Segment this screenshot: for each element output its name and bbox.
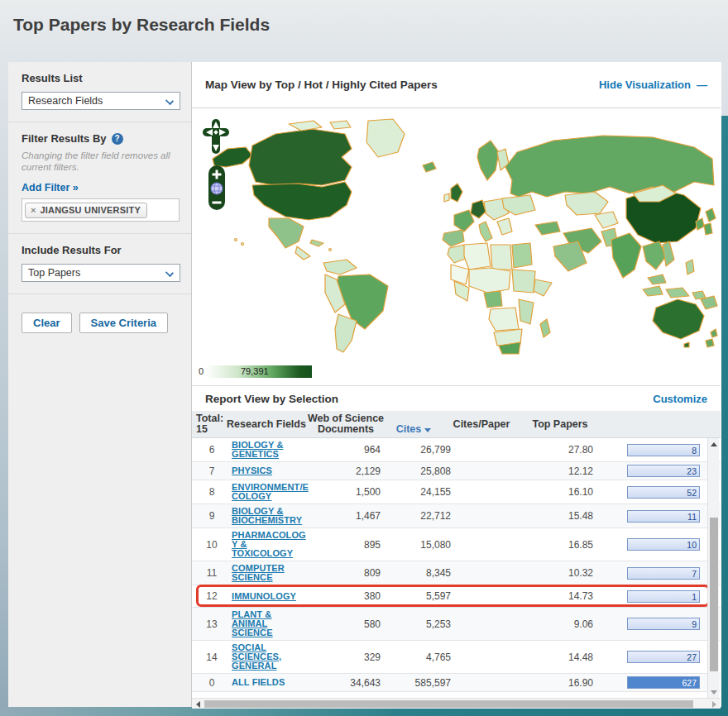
cites-per-paper-value: 10.32 <box>451 567 593 579</box>
top-papers-bar[interactable]: 8 <box>627 444 700 456</box>
table-row[interactable]: 11 COMPUTER SCIENCE 809 8,345 10.32 7 <box>192 561 721 585</box>
column-header-top-papers[interactable]: Top Papers <box>519 419 601 430</box>
cites-value: 4,765 <box>381 652 451 663</box>
horizontal-scroll-thumb[interactable] <box>204 700 693 708</box>
rank-number: 10 <box>192 539 232 551</box>
pan-control[interactable] <box>202 118 230 155</box>
table-row[interactable]: 7 PHYSICS 2,129 25,808 12.12 23 <box>192 462 721 480</box>
wos-documents-value: 380 <box>341 590 381 602</box>
scroll-left-arrow[interactable] <box>194 699 204 709</box>
rank-number: 9 <box>192 510 232 522</box>
vertical-scroll-thumb[interactable] <box>710 518 718 671</box>
research-field-link[interactable]: ENVIRONMENT/E COLOGY <box>232 483 341 501</box>
top-papers-bar[interactable]: 627 <box>627 676 700 689</box>
results-list-select[interactable]: Research Fields <box>22 92 180 110</box>
top-papers-value: 8 <box>692 446 697 456</box>
top-papers-bar[interactable]: 27 <box>627 651 700 663</box>
top-papers-bar[interactable]: 1 <box>627 590 700 603</box>
customize-link[interactable]: Customize <box>653 393 707 405</box>
horizontal-scrollbar[interactable] <box>192 698 721 709</box>
rank-number: 11 <box>192 567 232 579</box>
wos-documents-value: 580 <box>341 618 381 630</box>
top-papers-bar[interactable]: 10 <box>627 538 700 551</box>
cites-value: 26,799 <box>381 444 451 456</box>
research-field-link[interactable]: IMMUNOLOGY <box>232 592 341 601</box>
zoom-control[interactable] <box>208 165 226 211</box>
include-results-section: Include Results For Top Papers <box>8 234 191 294</box>
rank-number: 7 <box>192 465 232 477</box>
top-papers-bar[interactable]: 7 <box>627 567 700 580</box>
top-papers-bar[interactable]: 11 <box>627 510 700 523</box>
wos-documents-value: 1,467 <box>341 510 381 522</box>
world-map[interactable] <box>206 116 719 356</box>
save-criteria-button[interactable]: Save Criteria <box>79 313 169 333</box>
filter-label: Filter Results By <box>22 132 107 145</box>
column-header-cites[interactable]: Cites <box>381 413 447 435</box>
top-papers-value: 27 <box>687 652 697 662</box>
map-controls <box>202 118 235 211</box>
scroll-right-arrow[interactable] <box>709 699 719 709</box>
table-row[interactable]: 0 ALL FIELDS 34,643 585,597 16.90 627 <box>192 674 721 692</box>
cites-value: 5,253 <box>381 618 451 630</box>
scroll-down-arrow[interactable] <box>708 686 720 698</box>
legend-max-label: 79,391 <box>241 366 269 376</box>
filter-tag: × JIANGSU UNIVERSITY <box>25 203 147 218</box>
vertical-scrollbar[interactable] <box>707 438 719 698</box>
research-field-link[interactable]: SOCIAL SCIENCES, GENERAL <box>232 643 341 671</box>
sort-desc-icon <box>424 428 431 432</box>
research-field-link[interactable]: BIOLOGY & BIOCHEMISTRY <box>232 507 341 525</box>
chevron-down-icon <box>165 97 174 105</box>
report-view-title: Report View by Selection <box>205 393 338 405</box>
research-field-link[interactable]: COMPUTER SCIENCE <box>232 564 341 582</box>
top-papers-value: 23 <box>687 466 697 476</box>
wos-documents-value: 329 <box>341 652 381 663</box>
table-row[interactable]: 14 SOCIAL SCIENCES, GENERAL 329 4,765 14… <box>192 641 721 674</box>
legend-min-label: 0 <box>199 366 204 376</box>
report-view-header: Report View by Selection Customize <box>192 385 721 411</box>
cites-per-paper-value: 15.48 <box>451 510 593 522</box>
filter-section: Filter Results By ? Changing the filter … <box>8 122 191 234</box>
table-row[interactable]: 6 BIOLOGY & GENETICS 964 26,799 27.80 8 <box>192 438 721 462</box>
column-header-cites-per-paper[interactable]: Cites/Paper <box>440 419 523 430</box>
table-row[interactable]: 10 PHARMACOLOG Y & TOXICOLOGY 895 15,080… <box>192 528 721 561</box>
remove-filter-icon[interactable]: × <box>31 205 36 215</box>
cites-value: 8,345 <box>381 567 451 579</box>
column-header-research-fields[interactable]: Research Fields <box>225 419 308 430</box>
map-view-title: Map View by Top / Hot / Highly Cited Pap… <box>205 79 438 91</box>
scroll-up-arrow[interactable] <box>708 438 720 450</box>
cites-sort-label: Cites <box>396 423 422 435</box>
cites-value: 25,808 <box>381 465 451 477</box>
include-results-select[interactable]: Top Papers <box>22 264 180 282</box>
research-field-link[interactable]: PLANT & ANIMAL SCIENCE <box>232 610 341 637</box>
wos-documents-value: 964 <box>341 444 381 456</box>
wos-documents-value: 2,129 <box>341 465 381 477</box>
add-filter-link[interactable]: Add Filter » <box>22 182 79 193</box>
actions-section: Clear Save Criteria <box>8 294 191 345</box>
table-row[interactable]: 8 ENVIRONMENT/E COLOGY 1,500 24,155 16.1… <box>192 480 721 504</box>
page-title: Top Papers by Research Fields <box>13 15 270 35</box>
table-row[interactable]: 12 IMMUNOLOGY 380 5,597 14.73 1 <box>192 585 721 608</box>
include-results-label: Include Results For <box>22 244 180 256</box>
top-papers-bar[interactable]: 52 <box>627 486 700 499</box>
research-field-link[interactable]: BIOLOGY & GENETICS <box>232 441 341 459</box>
table-row[interactable]: 9 BIOLOGY & BIOCHEMISTRY 1,467 22,712 15… <box>192 504 721 528</box>
top-papers-bar[interactable]: 23 <box>627 465 700 477</box>
research-field-link[interactable]: PHARMACOLOG Y & TOXICOLOGY <box>232 531 341 558</box>
top-papers-bar[interactable]: 9 <box>627 618 700 630</box>
wos-documents-value: 895 <box>341 539 381 551</box>
wos-documents-value: 1,500 <box>341 486 381 498</box>
cites-value: 22,712 <box>381 510 451 522</box>
research-field-link[interactable]: ALL FIELDS <box>232 678 341 687</box>
map-view-header: Map View by Top / Hot / Highly Cited Pap… <box>192 62 721 108</box>
table-row[interactable]: 13 PLANT & ANIMAL SCIENCE 580 5,253 9.06… <box>192 608 721 641</box>
results-list-label: Results List <box>22 72 180 84</box>
hide-visualization-link[interactable]: Hide Visualization — <box>599 79 707 91</box>
research-field-link[interactable]: PHYSICS <box>232 466 341 475</box>
results-list-value: Research Fields <box>28 95 103 107</box>
cites-per-paper-value: 16.85 <box>451 539 593 551</box>
help-icon[interactable]: ? <box>112 133 123 145</box>
clear-button[interactable]: Clear <box>22 313 72 333</box>
cites-per-paper-value: 16.10 <box>451 486 593 498</box>
top-papers-value: 1 <box>692 592 697 602</box>
collapse-icon: — <box>697 79 707 91</box>
